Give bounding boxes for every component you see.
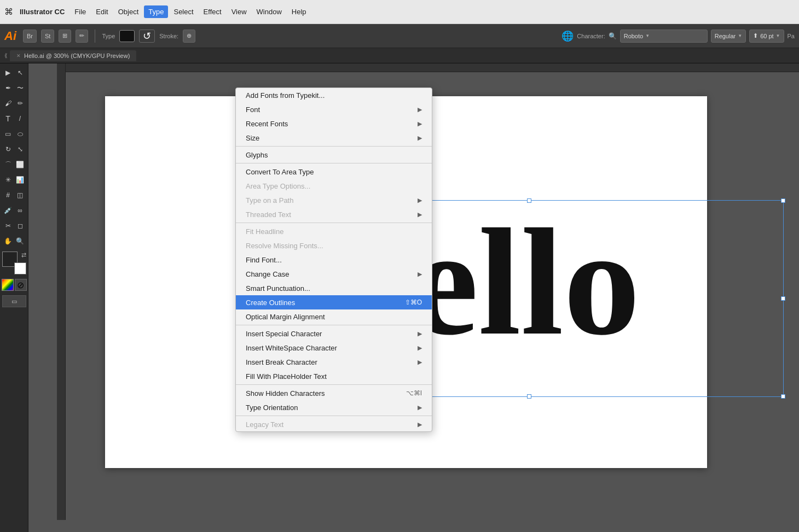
- grid-button[interactable]: ⊞: [59, 30, 71, 43]
- stroke-color-box[interactable]: [14, 262, 26, 274]
- submenu-arrow-icon: ▶: [418, 211, 422, 218]
- menubar-object[interactable]: Object: [114, 5, 143, 18]
- submenu-arrow-icon: ▶: [418, 330, 422, 337]
- menubar-view[interactable]: View: [227, 5, 251, 18]
- ellipse-tool[interactable]: ⬭: [14, 127, 26, 141]
- panel-toggle[interactable]: ⟪: [4, 52, 8, 59]
- submenu-arrow-icon: ▶: [418, 421, 422, 428]
- menu-divider: [236, 146, 432, 147]
- tab-label: Hello.ai @ 300% (CMYK/GPU Preview): [24, 52, 130, 59]
- font-style-selector[interactable]: Regular ▼: [711, 30, 746, 43]
- menu-item-find-font[interactable]: Find Font...: [236, 253, 432, 267]
- paintbrush-tool[interactable]: 🖌: [2, 96, 14, 110]
- stroke-btn[interactable]: ↺: [139, 30, 155, 43]
- menu-item-recent-fonts[interactable]: Recent Fonts▶: [236, 116, 432, 131]
- menu-item-smart-punct[interactable]: Smart Punctuation...: [236, 281, 432, 295]
- menubar-window[interactable]: Window: [252, 5, 286, 18]
- menu-item-optical-margin[interactable]: Optical Margin Alignment: [236, 309, 432, 324]
- symbol-sprayer-tool[interactable]: ✳: [2, 173, 14, 187]
- toolbar-right: 🌐 Character: 🔍 Roboto ▼ Regular ▼ ⬆ 60 p…: [561, 30, 795, 43]
- handle-middle-right[interactable]: [781, 296, 785, 301]
- none-fill-button[interactable]: ⊘: [15, 279, 27, 291]
- scissors-tool[interactable]: ✂: [2, 219, 14, 233]
- curvature-tool[interactable]: 〜: [14, 81, 26, 95]
- rect-tool[interactable]: ▭: [2, 127, 14, 141]
- menu-item-fill-placeholder[interactable]: Fill With PlaceHolder Text: [236, 369, 432, 383]
- extra-tools: ▭: [2, 295, 26, 307]
- menu-item-show-hidden[interactable]: Show Hidden Characters⌥⌘I: [236, 386, 432, 400]
- horizontal-ruler: [57, 63, 799, 72]
- menu-item-insert-whitespace[interactable]: Insert WhiteSpace Character▶: [236, 341, 432, 355]
- mesh-tool[interactable]: #: [2, 188, 14, 202]
- main-layout: ▶ ↖ ✒ 〜 🖌 ✏ T / ▭ ⬭ ↻ ⤡ ⌒ ⬜ ✳ 📊: [0, 63, 799, 532]
- eraser-tool[interactable]: ◻: [14, 219, 26, 233]
- font-selector[interactable]: Roboto ▼: [620, 30, 708, 43]
- tool-row-eyedropper: 💉 ∞: [2, 203, 26, 218]
- blend-tool[interactable]: ∞: [14, 203, 26, 218]
- menubar-type[interactable]: Type: [144, 5, 168, 18]
- menu-item-type-orientation[interactable]: Type Orientation▶: [236, 400, 432, 414]
- pencil-tool[interactable]: ✏: [14, 96, 26, 110]
- menu-item-label: Optical Margin Alignment: [246, 313, 325, 321]
- menubar-select[interactable]: Select: [169, 5, 198, 18]
- tool-row-hand: ✋ 🔍: [2, 234, 26, 248]
- submenu-arrow-icon: ▶: [418, 106, 422, 113]
- direct-selection-tool[interactable]: ↖: [14, 66, 26, 80]
- menubar-file[interactable]: File: [70, 5, 90, 18]
- rotate-tool[interactable]: ↻: [2, 142, 14, 156]
- menubar-edit[interactable]: Edit: [91, 5, 112, 18]
- handle-bottom-right[interactable]: [781, 394, 785, 399]
- menubar-items: File Edit Object Type Select Effect View…: [70, 5, 310, 18]
- menu-item-label: Glyphs: [246, 151, 268, 159]
- type-tool[interactable]: T: [2, 112, 14, 126]
- canvas-area[interactable]: Hello Add Fonts from Typekit...Font▶Rece…: [28, 63, 799, 532]
- menu-item-font[interactable]: Font▶: [236, 102, 432, 116]
- document-tab[interactable]: ✕ Hello.ai @ 300% (CMYK/GPU Preview): [10, 50, 136, 61]
- warp-tool[interactable]: ⌒: [2, 157, 14, 172]
- menu-item-size[interactable]: Size▶: [236, 131, 432, 145]
- column-graph-tool[interactable]: 📊: [14, 173, 26, 187]
- color-mode-button[interactable]: [2, 279, 14, 291]
- br-button[interactable]: Br: [23, 30, 37, 43]
- font-style-value: Regular: [715, 33, 736, 39]
- color-swap-button[interactable]: ⇄: [21, 252, 26, 259]
- pen-tool[interactable]: ✒: [2, 81, 14, 95]
- menubar: ⌘ Illustrator CC File Edit Object Type S…: [0, 0, 799, 24]
- hand-tool[interactable]: ✋: [2, 234, 14, 248]
- handle-top-right[interactable]: [781, 198, 785, 203]
- font-dropdown-arrow: ▼: [645, 33, 650, 38]
- scale-tool[interactable]: ⤡: [14, 142, 26, 156]
- zoom-tool[interactable]: 🔍: [14, 234, 26, 248]
- line-tool[interactable]: /: [14, 112, 26, 126]
- menu-divider: [236, 163, 432, 163]
- tab-close-button[interactable]: ✕: [16, 53, 21, 59]
- gradient-tool[interactable]: ◫: [14, 188, 26, 202]
- tabbar: ⟪ ✕ Hello.ai @ 300% (CMYK/GPU Preview): [0, 48, 799, 63]
- menu-item-insert-break[interactable]: Insert Break Character▶: [236, 355, 432, 369]
- menu-item-label: Change Case: [246, 270, 290, 278]
- stroke-value[interactable]: ⊕: [183, 30, 195, 43]
- selection-tool[interactable]: ▶: [2, 66, 14, 80]
- menu-item-label: Size: [246, 134, 259, 142]
- character-label: Character:: [577, 33, 605, 39]
- menu-item-glyphs[interactable]: Glyphs: [236, 148, 432, 162]
- apple-menu-icon[interactable]: ⌘: [4, 7, 13, 17]
- menu-item-add-fonts[interactable]: Add Fonts from Typekit...: [236, 88, 432, 102]
- type-dropdown-menu: Add Fonts from Typekit...Font▶Recent Fon…: [235, 87, 432, 432]
- screen-mode-button[interactable]: ▭: [2, 295, 26, 307]
- menubar-help[interactable]: Help: [287, 5, 311, 18]
- menu-item-create-outlines[interactable]: Create Outlines⇧⌘O: [236, 295, 432, 309]
- toolbar-divider-1: [95, 30, 95, 43]
- free-transform-tool[interactable]: ⬜: [14, 157, 26, 172]
- font-size-selector[interactable]: ⬆ 60 pt ▼: [749, 30, 784, 43]
- fill-color[interactable]: [119, 30, 135, 42]
- menubar-effect[interactable]: Effect: [199, 5, 226, 18]
- menu-item-change-case[interactable]: Change Case▶: [236, 267, 432, 281]
- menu-item-convert-to-area[interactable]: Convert To Area Type: [236, 165, 432, 179]
- handle-bottom-middle[interactable]: [527, 394, 531, 399]
- tool-row-rotate: ↻ ⤡: [2, 142, 26, 156]
- pencil-button[interactable]: ✏: [76, 30, 88, 43]
- eyedropper-tool[interactable]: 💉: [2, 203, 14, 218]
- menu-item-insert-special[interactable]: Insert Special Character▶: [236, 326, 432, 341]
- st-button[interactable]: St: [41, 30, 54, 43]
